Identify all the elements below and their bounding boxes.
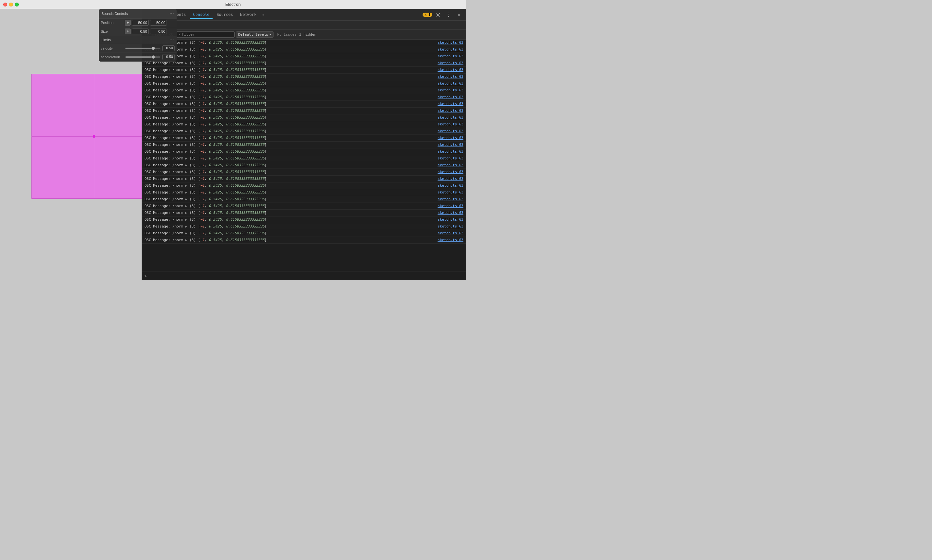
log-expand-icon[interactable]: ▶ (185, 136, 187, 140)
position-x-input[interactable] (132, 20, 149, 26)
log-expand-icon[interactable]: ▶ (185, 68, 187, 72)
log-source-link[interactable]: sketch.ts:63 (438, 135, 463, 141)
log-expand-icon[interactable]: ▶ (185, 157, 187, 160)
log-expand-icon[interactable]: ▶ (185, 102, 187, 106)
log-expand-icon[interactable]: ▶ (185, 41, 187, 45)
log-expand-icon[interactable]: ▶ (185, 123, 187, 126)
log-expand-icon[interactable]: ▶ (185, 61, 187, 65)
log-expand-icon[interactable]: ▶ (185, 238, 187, 242)
log-source-link[interactable]: sketch.ts:63 (438, 108, 463, 114)
limits-menu-button[interactable]: ⋯ (169, 37, 174, 43)
log-expand-icon[interactable]: ▶ (185, 88, 187, 92)
log-expand-icon[interactable]: ▶ (185, 75, 187, 78)
close-devtools-button[interactable]: ✕ (454, 10, 463, 20)
log-source-link[interactable]: sketch.ts:63 (438, 128, 463, 134)
log-entry: OSC Message: /norm ▶ (3) [−1, 0.5425, 0.… (142, 210, 466, 217)
log-expand-icon[interactable]: ▶ (185, 170, 187, 174)
more-options-icon[interactable]: ⋮ (444, 10, 453, 20)
log-source-link[interactable]: sketch.ts:63 (438, 176, 463, 182)
log-source-link[interactable]: sketch.ts:63 (438, 94, 463, 100)
more-tabs-button[interactable]: » (261, 11, 267, 18)
log-source-link[interactable]: sketch.ts:63 (438, 54, 463, 59)
acceleration-slider-track[interactable] (125, 56, 160, 58)
log-expand-icon[interactable]: ▶ (185, 204, 187, 208)
log-expand-icon[interactable]: ▶ (185, 109, 187, 112)
log-expand-icon[interactable]: ▶ (185, 163, 187, 167)
tab-network[interactable]: Network (237, 11, 260, 19)
log-expand-icon[interactable]: ▶ (185, 116, 187, 119)
size-plus-button[interactable]: + (125, 29, 131, 34)
default-levels-label: Default levels (238, 32, 268, 37)
log-source-link[interactable]: sketch.ts:63 (438, 122, 463, 128)
log-source-link[interactable]: sketch.ts:63 (438, 81, 463, 86)
log-source-link[interactable]: sketch.ts:63 (438, 237, 463, 243)
velocity-slider-thumb[interactable] (152, 47, 155, 50)
tab-console[interactable]: Console (190, 11, 213, 19)
log-expand-icon[interactable]: ▶ (185, 231, 187, 235)
log-expand-icon[interactable]: ▶ (185, 129, 187, 133)
log-source-link[interactable]: sketch.ts:63 (438, 183, 463, 189)
log-source-link[interactable]: sketch.ts:63 (438, 88, 463, 93)
log-expand-icon[interactable]: ▶ (185, 225, 187, 228)
log-source-link[interactable]: sketch.ts:63 (438, 203, 463, 209)
velocity-label: velocity (101, 46, 123, 50)
log-source-link[interactable]: sketch.ts:63 (438, 40, 463, 46)
log-source-link[interactable]: sketch.ts:63 (438, 217, 463, 223)
position-plus-button[interactable]: + (125, 20, 131, 26)
log-expand-icon[interactable]: ▶ (185, 218, 187, 222)
velocity-value[interactable]: 0.50 (162, 45, 175, 51)
log-entry: OSC Message: /norm ▶ (3) [−1, 0.5425, 0.… (142, 196, 466, 203)
log-source-link[interactable]: sketch.ts:63 (438, 60, 463, 66)
log-source-link[interactable]: sketch.ts:63 (438, 210, 463, 216)
log-source-link[interactable]: sketch.ts:63 (438, 115, 463, 120)
log-expand-icon[interactable]: ▶ (185, 48, 187, 51)
log-expand-icon[interactable]: ▶ (185, 150, 187, 153)
log-source-link[interactable]: sketch.ts:63 (438, 101, 463, 107)
acceleration-label: acceleration (101, 55, 123, 59)
log-expand-icon[interactable]: ▶ (185, 95, 187, 99)
filter-input-container[interactable]: ⚡ Filter (176, 31, 235, 38)
size-h-input[interactable] (150, 29, 167, 34)
log-source-link[interactable]: sketch.ts:63 (438, 224, 463, 229)
console-log-area[interactable]: OSC Message: /norm ▶ (3) [−1, 0.5425, 0.… (142, 40, 466, 272)
log-source-link[interactable]: sketch.ts:63 (438, 47, 463, 52)
log-source-link[interactable]: sketch.ts:63 (438, 231, 463, 236)
panel-menu-button[interactable]: ⋯ (169, 11, 174, 16)
log-source-link[interactable]: sketch.ts:63 (438, 142, 463, 148)
log-source-link[interactable]: sketch.ts:63 (438, 162, 463, 168)
position-y-input[interactable] (150, 20, 167, 26)
log-source-link[interactable]: sketch.ts:63 (438, 189, 463, 195)
log-entry: OSC Message: /norm ▶ (3) [−1, 0.5425, 0.… (142, 175, 466, 183)
maximize-button[interactable] (15, 3, 19, 6)
close-button[interactable] (3, 3, 7, 6)
log-expand-icon[interactable]: ▶ (185, 143, 187, 146)
velocity-row: velocity 0.50 (99, 44, 177, 53)
size-w-input[interactable] (132, 29, 149, 34)
log-source-link[interactable]: sketch.ts:63 (438, 149, 463, 155)
log-expand-icon[interactable]: ▶ (185, 54, 187, 58)
log-expand-icon[interactable]: ▶ (185, 197, 187, 201)
acceleration-slider-thumb[interactable] (152, 55, 155, 58)
acceleration-slider-fill (125, 56, 152, 58)
log-source-link[interactable]: sketch.ts:63 (438, 74, 463, 80)
log-expand-icon[interactable]: ▶ (185, 177, 187, 180)
log-source-link[interactable]: sketch.ts:63 (438, 155, 463, 162)
acceleration-value[interactable]: 0.50 (162, 54, 175, 60)
log-source-link[interactable]: sketch.ts:63 (438, 169, 463, 175)
settings-icon[interactable] (434, 10, 443, 20)
default-levels-selector[interactable]: Default levels ▾ (236, 31, 274, 38)
window-title: Electron (225, 2, 241, 7)
log-entry: OSC Message: /norm ▶ (3) [−1, 0.5425, 0.… (142, 155, 466, 162)
log-expand-icon[interactable]: ▶ (185, 191, 187, 194)
log-expand-icon[interactable]: ▶ (185, 211, 187, 215)
levels-chevron-icon: ▾ (269, 33, 271, 36)
tab-sources[interactable]: Sources (213, 11, 236, 19)
log-source-link[interactable]: sketch.ts:63 (438, 67, 463, 73)
log-source-link[interactable]: sketch.ts:63 (438, 196, 463, 202)
minimize-button[interactable] (9, 3, 13, 6)
log-expand-icon[interactable]: ▶ (185, 82, 187, 85)
pink-rectangle[interactable] (31, 74, 156, 198)
velocity-slider-track[interactable] (125, 48, 160, 49)
log-expand-icon[interactable]: ▶ (185, 184, 187, 187)
center-dot (93, 135, 95, 138)
